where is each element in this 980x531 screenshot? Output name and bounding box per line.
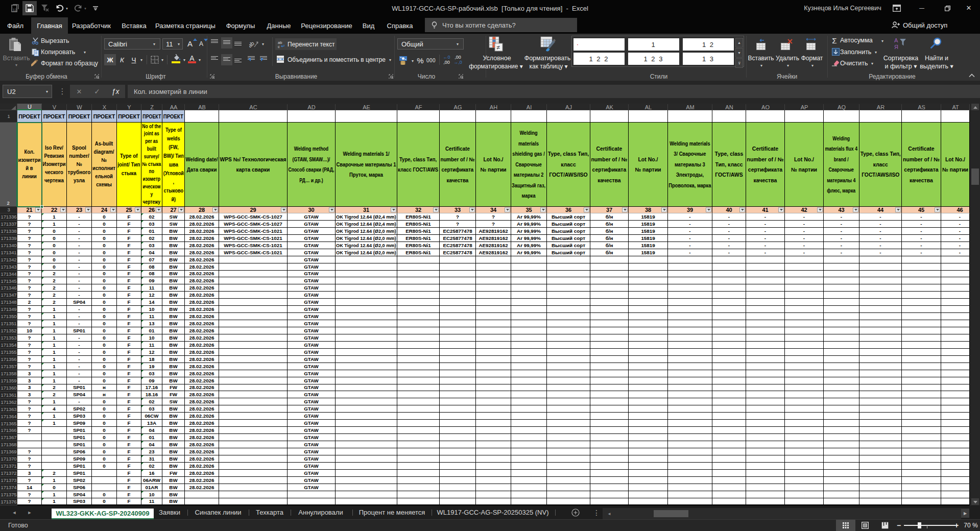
svg-text:c: c <box>278 44 280 49</box>
svg-text:Я: Я <box>894 44 898 50</box>
svg-text:А: А <box>894 37 898 43</box>
svg-text:≠: ≠ <box>497 44 500 51</box>
svg-text:12: 12 <box>13 8 17 12</box>
